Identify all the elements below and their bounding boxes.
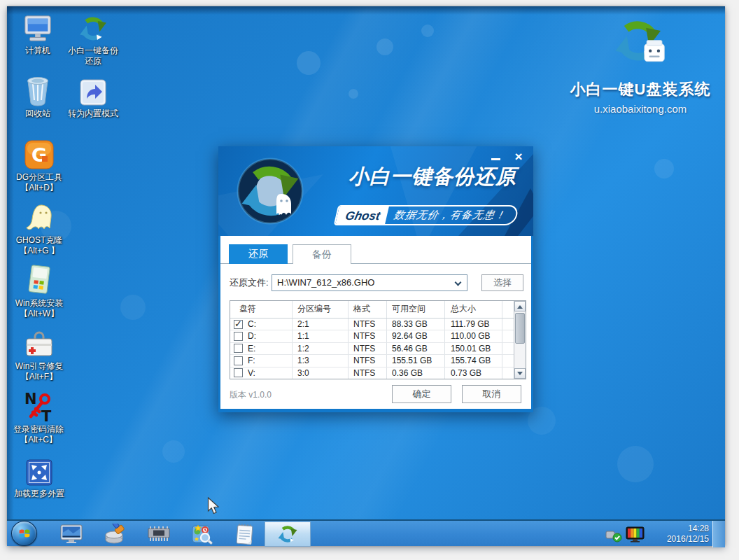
table-row[interactable]: V: 3:0 NTFS 0.36 GB 0.73 GB bbox=[230, 368, 514, 379]
xiaobai-logo-icon bbox=[63, 11, 123, 43]
select-file-button[interactable]: 选择 bbox=[481, 274, 523, 291]
show-desktop-button[interactable] bbox=[712, 521, 725, 547]
desktop-icon-win-install[interactable]: Win系统安装 【Alt+W】 bbox=[11, 264, 67, 319]
taskbar-clock[interactable]: 14:28 2016/12/15 bbox=[640, 524, 709, 545]
taskbar: 14:28 2016/12/15 bbox=[7, 519, 725, 546]
desktop-icon-label2: 【Alt+G 】 bbox=[11, 246, 67, 256]
usb-tray-icon[interactable] bbox=[605, 527, 623, 545]
notepad-icon bbox=[234, 523, 255, 545]
mouse-cursor bbox=[207, 497, 220, 519]
table-row[interactable]: F: 1:3 NTFS 155.51 GB 155.74 GB bbox=[230, 355, 514, 367]
desktop-icon-label: 登录密码清除 bbox=[8, 424, 69, 435]
ghost-badge: Ghost bbox=[335, 206, 389, 224]
scrollbar-thumb[interactable] bbox=[515, 313, 525, 344]
table-scrollbar[interactable] bbox=[514, 301, 526, 379]
cell-free: 155.51 GB bbox=[387, 355, 445, 366]
col-header-free: 可用空间 bbox=[387, 301, 445, 318]
row-checkbox[interactable] bbox=[234, 344, 243, 353]
desktop-icon-password-clear[interactable]: N T 登录密码清除 【Alt+C】 bbox=[8, 390, 69, 445]
restore-file-value: H:\WIN7_612_x86.GHO bbox=[277, 277, 374, 288]
tab-backup[interactable]: 备份 bbox=[293, 244, 351, 264]
minimize-button[interactable] bbox=[488, 150, 504, 163]
bokeh-circle bbox=[120, 295, 146, 320]
partition-table: 盘符 分区编号 格式 可用空间 总大小 ✓C: 2:1 NTFS 88.33 G… bbox=[230, 300, 526, 379]
brand-url: u.xiaobaixitong.com bbox=[567, 103, 714, 115]
desktop-icon-internal-mode[interactable]: 转为内置模式 bbox=[62, 74, 125, 119]
toolbox-icon bbox=[11, 327, 67, 359]
cell-format: NTFS bbox=[349, 318, 387, 330]
desktop-icon-dg-partition[interactable]: G DG分区工具 【Alt+D】 bbox=[11, 138, 67, 193]
cancel-button[interactable]: 取消 bbox=[462, 385, 521, 403]
desktop-icon-label: 计算机 bbox=[10, 46, 66, 56]
row-checkbox[interactable]: ✓ bbox=[234, 320, 243, 329]
dg-icon: G bbox=[11, 138, 67, 170]
desktop-icon-label: Win引导修复 bbox=[11, 361, 67, 372]
table-row[interactable]: D: 1:1 NTFS 92.64 GB 110.00 GB bbox=[230, 330, 514, 342]
scroll-down-button[interactable] bbox=[514, 368, 526, 379]
desktop-icon-label: 转为内置模式 bbox=[62, 108, 125, 119]
desktop-icon-label: Win系统安装 bbox=[11, 298, 67, 309]
xiaobai-logo-icon bbox=[277, 524, 298, 545]
desktop-icon-label: 加载更多外置 bbox=[11, 489, 67, 499]
bokeh-circle bbox=[654, 159, 674, 178]
taskbar-item-memory[interactable] bbox=[147, 523, 171, 545]
cell-free: 88.33 GB bbox=[387, 318, 445, 330]
col-header-total: 总大小 bbox=[445, 301, 502, 318]
cell-format: NTFS bbox=[349, 355, 387, 366]
cell-drive: E: bbox=[248, 344, 255, 354]
cell-total: 0.73 GB bbox=[445, 368, 502, 379]
desktop-icon-label: GHOST克隆 bbox=[11, 235, 67, 246]
desktop-icon-label: DG分区工具 bbox=[11, 172, 67, 183]
dialog-body: 还原 备份 还原文件: H:\WIN7_612_x86.GHO 选择 盘符 分区… bbox=[220, 236, 531, 409]
table-row[interactable]: ✓C: 2:1 NTFS 88.33 GB 111.79 GB bbox=[230, 318, 514, 330]
bokeh-circle bbox=[349, 89, 358, 99]
disk-cleanup-icon bbox=[104, 524, 127, 545]
desktop-icon-load-more[interactable]: 加载更多外置 bbox=[11, 454, 67, 499]
svg-text:N: N bbox=[24, 391, 37, 407]
table-header-row: 盘符 分区编号 格式 可用空间 总大小 bbox=[230, 301, 514, 318]
svg-text:G: G bbox=[31, 144, 47, 166]
taskbar-item-disk-cleanup[interactable] bbox=[104, 523, 127, 545]
chevron-down-icon[interactable] bbox=[455, 279, 462, 286]
desktop-icon-label2: 【Alt+F】 bbox=[11, 372, 67, 382]
restore-file-combobox[interactable]: H:\WIN7_612_x86.GHO bbox=[272, 274, 467, 291]
installer-disc-icon bbox=[11, 264, 67, 296]
table-row[interactable]: E: 1:2 NTFS 56.46 GB 150.01 GB bbox=[230, 343, 514, 355]
brand-block: 小白一键U盘装系统 u.xiaobaixitong.com bbox=[567, 15, 714, 115]
cell-partition: 1:2 bbox=[293, 343, 349, 354]
desktop-icon-xiaobai-backup[interactable]: 小白一键备份 还原 bbox=[63, 11, 123, 66]
brand-title: 小白一键U盘装系统 bbox=[567, 79, 714, 100]
cell-partition: 1:1 bbox=[293, 330, 349, 342]
tab-restore[interactable]: 还原 bbox=[229, 244, 288, 264]
start-button[interactable] bbox=[11, 521, 37, 546]
scroll-up-button[interactable] bbox=[514, 301, 526, 312]
screenshot-tool-icon bbox=[191, 523, 213, 545]
restore-file-label: 还原文件: bbox=[230, 274, 269, 291]
desktop-icon-boot-repair[interactable]: Win引导修复 【Alt+F】 bbox=[11, 327, 67, 382]
check-icon: ✓ bbox=[234, 318, 242, 329]
desktop-icon-label2: 【Alt+W】 bbox=[11, 309, 67, 319]
row-checkbox[interactable] bbox=[234, 368, 243, 377]
desktop-icon-computer[interactable]: 计算机 bbox=[10, 11, 66, 56]
cell-partition: 3:0 bbox=[293, 368, 349, 379]
desktop-screen: 计算机 小白一键备份 还原 回收站 转为内置模式 bbox=[7, 6, 725, 546]
taskbar-item-display[interactable] bbox=[59, 523, 83, 545]
ok-button[interactable]: 确定 bbox=[392, 385, 451, 403]
row-checkbox[interactable] bbox=[234, 356, 243, 365]
desktop-icon-label: 回收站 bbox=[10, 108, 66, 119]
taskbar-item-xiaobai-active[interactable] bbox=[265, 522, 311, 547]
shortcut-arrow-icon bbox=[62, 74, 125, 106]
taskbar-item-notepad[interactable] bbox=[233, 523, 257, 545]
desktop-icon-ghost-clone[interactable]: GHOST克隆 【Alt+G 】 bbox=[11, 201, 67, 256]
desktop-icon-recycle-bin[interactable]: 回收站 bbox=[10, 74, 66, 119]
bokeh-circle bbox=[617, 446, 654, 482]
row-checkbox[interactable] bbox=[234, 332, 243, 341]
cell-free: 0.36 GB bbox=[387, 368, 445, 379]
tab-bar: 还原 备份 bbox=[220, 244, 531, 264]
cell-drive: V: bbox=[248, 368, 255, 378]
desktop-icon-label2: 【Alt+D】 bbox=[11, 183, 67, 193]
backup-restore-dialog: 小白一键备份还原 Ghost 数据无价，有备无患！ × 还原 备份 还原文件: … bbox=[218, 146, 533, 412]
close-button[interactable]: × bbox=[511, 150, 526, 163]
cell-format: NTFS bbox=[349, 343, 387, 354]
taskbar-item-screenshot[interactable] bbox=[190, 523, 214, 545]
